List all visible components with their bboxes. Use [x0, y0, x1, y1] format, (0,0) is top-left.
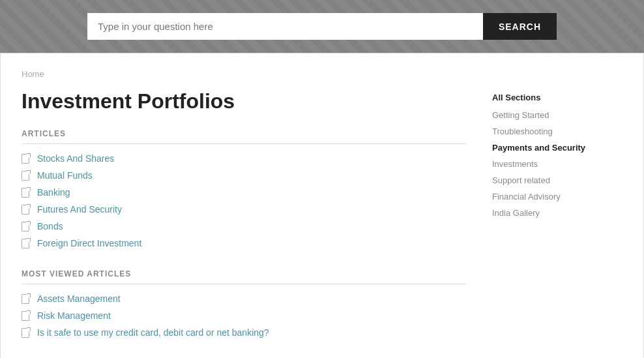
main-container: Home Investment Portfolios ARTICLES Stoc… [0, 53, 644, 358]
articles-section-label: ARTICLES [22, 129, 466, 138]
article-link[interactable]: Banking [37, 187, 70, 198]
article-link[interactable]: Bonds [37, 221, 63, 231]
articles-divider [22, 143, 466, 144]
article-link[interactable]: Foreign Direct Investment [37, 238, 141, 248]
doc-icon [22, 327, 31, 338]
most-viewed-list: Assets Management Risk Management Is it … [22, 293, 466, 338]
sidebar-item-india-gallery[interactable]: India Gallery [492, 208, 622, 218]
sidebar-item-financial-advisory[interactable]: Financial Advisory [492, 192, 622, 201]
sidebar-item-support-related[interactable]: Support related [492, 175, 622, 185]
page-title: Investment Portfolios [22, 89, 466, 113]
list-item: Foreign Direct Investment [22, 238, 466, 248]
doc-icon [22, 204, 31, 215]
breadcrumb: Home [22, 69, 466, 79]
list-item: Risk Management [22, 310, 466, 321]
most-viewed-section-label: MOST VIEWED ARTICLES [22, 269, 466, 278]
search-button[interactable]: SEARCH [483, 13, 557, 40]
list-item: Bonds [22, 221, 466, 231]
most-viewed-divider [22, 284, 466, 284]
header: SEARCH [0, 0, 644, 53]
articles-list: Stocks And Shares Mutual Funds Banking F… [22, 153, 466, 248]
sidebar-item-payments-security[interactable]: Payments and Security [492, 143, 622, 153]
article-link[interactable]: Mutual Funds [37, 170, 93, 181]
doc-icon [22, 293, 31, 304]
doc-icon [22, 153, 31, 164]
sidebar-item-investments[interactable]: Investments [492, 159, 622, 169]
list-item: Futures And Security [22, 204, 466, 215]
list-item: Stocks And Shares [22, 153, 466, 164]
sidebar-item-getting-started[interactable]: Getting Started [492, 110, 622, 120]
search-input[interactable] [87, 13, 483, 40]
content-area: Home Investment Portfolios ARTICLES Stoc… [22, 69, 492, 358]
list-item: Is it safe to use my credit card, debit … [22, 327, 466, 338]
sidebar: All Sections Getting Started Troubleshoo… [492, 69, 622, 358]
article-link[interactable]: Risk Management [37, 310, 111, 321]
list-item: Mutual Funds [22, 170, 466, 181]
doc-icon [22, 310, 31, 321]
doc-icon [22, 221, 31, 231]
search-bar: SEARCH [87, 13, 557, 40]
list-item: Banking [22, 187, 466, 198]
sidebar-item-troubleshooting[interactable]: Troubleshooting [492, 127, 622, 136]
doc-icon [22, 238, 31, 248]
article-link[interactable]: Is it safe to use my credit card, debit … [37, 327, 269, 338]
doc-icon [22, 170, 31, 181]
doc-icon [22, 187, 31, 198]
article-link[interactable]: Assets Management [37, 293, 121, 304]
article-link[interactable]: Futures And Security [37, 204, 122, 215]
list-item: Assets Management [22, 293, 466, 304]
sidebar-title: All Sections [492, 93, 622, 102]
article-link[interactable]: Stocks And Shares [37, 153, 114, 164]
